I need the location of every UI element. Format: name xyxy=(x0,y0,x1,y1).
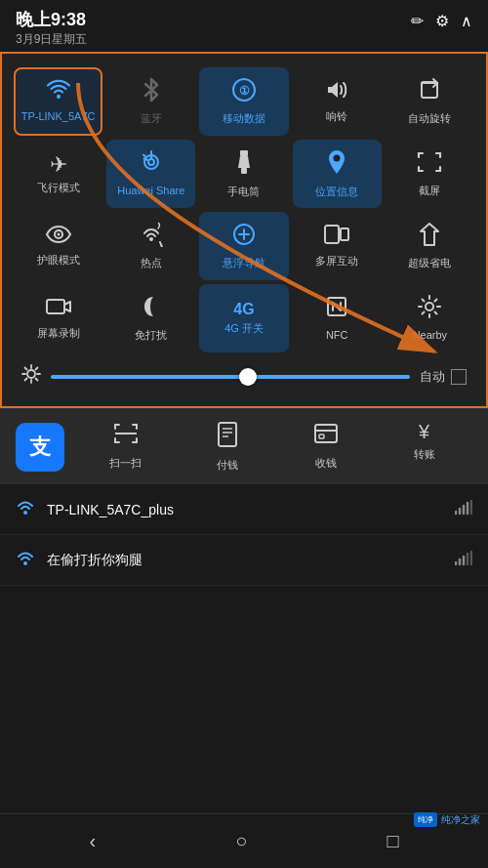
qs-bluetooth-label: 蓝牙 xyxy=(141,112,162,125)
qs-wifi[interactable]: TP-LINK_5A7C xyxy=(14,67,102,136)
wifi-signal-strength-1 xyxy=(455,500,472,518)
svg-point-0 xyxy=(57,95,61,99)
watermark-text: 纯净之家 xyxy=(441,813,480,827)
svg-rect-25 xyxy=(315,425,337,442)
qs-flashlight[interactable]: 手电筒 xyxy=(199,140,288,208)
wifi-signal-icon-2 xyxy=(16,549,35,571)
brightness-auto: 自动 xyxy=(420,368,467,386)
wifi-name-2: 在偷打折你狗腿 xyxy=(47,552,455,569)
quick-settings-grid: TP-LINK_5A7C 蓝牙 ① 移动数据 xyxy=(10,63,478,356)
svg-point-11 xyxy=(57,233,60,236)
qs-multiscreen-label: 多屏互动 xyxy=(315,255,358,268)
qs-nfc-label: NFC xyxy=(326,329,348,342)
wifi-list-area: TP-LINK_5A7C_plus 在偷打折你狗腿 xyxy=(0,484,488,586)
nearby-icon xyxy=(417,294,442,325)
qs-nearby[interactable]: Nearby xyxy=(386,284,474,352)
multiscreen-icon xyxy=(323,224,350,251)
receive-icon xyxy=(313,421,339,452)
qs-screenshot[interactable]: 截屏 xyxy=(386,140,474,208)
qs-hotspot[interactable]: 热点 xyxy=(106,212,195,280)
alipay-scan[interactable]: 扫一扫 xyxy=(102,417,149,476)
qs-bluetooth[interactable]: 蓝牙 xyxy=(106,67,195,136)
qs-4g[interactable]: 4G 4G 开关 xyxy=(199,284,288,352)
huawei-share-icon xyxy=(139,149,164,181)
settings-icon[interactable]: ⚙ xyxy=(435,12,449,30)
status-bar: 晚上9:38 3月9日星期五 ✏ ⚙ ∧ xyxy=(0,0,488,52)
wifi-name-1: TP-LINK_5A7C_plus xyxy=(47,502,455,517)
svg-rect-8 xyxy=(241,168,247,174)
qs-nfc[interactable]: NFC xyxy=(293,284,382,352)
volume-icon xyxy=(324,79,349,106)
edit-icon[interactable]: ✏ xyxy=(411,12,424,30)
home-button[interactable]: ○ xyxy=(216,826,266,856)
qs-airplane[interactable]: ✈ 飞行模式 xyxy=(14,140,102,208)
brightness-knob[interactable] xyxy=(239,368,257,386)
qs-super-save[interactable]: 超级省电 xyxy=(386,212,474,280)
nfc-icon xyxy=(324,294,349,325)
status-date: 3月9日星期五 xyxy=(16,31,87,48)
qs-mobile-data-label: 移动数据 xyxy=(223,112,265,125)
brightness-slider[interactable] xyxy=(51,375,410,379)
svg-rect-21 xyxy=(219,423,236,446)
qs-screenshot-label: 截屏 xyxy=(419,185,440,197)
alipay-receive-label: 收钱 xyxy=(315,456,337,471)
qs-nearby-label: Nearby xyxy=(413,329,447,342)
wifi-item-2[interactable]: 在偷打折你狗腿 xyxy=(0,535,488,586)
qs-dnd[interactable]: 免打扰 xyxy=(106,284,195,352)
qs-wifi-label: TP-LINK_5A7C xyxy=(21,110,96,123)
qs-eye-comfort[interactable]: 护眼模式 xyxy=(14,212,102,280)
qs-volume[interactable]: 响铃 xyxy=(293,67,382,136)
collapse-icon[interactable]: ∧ xyxy=(461,12,472,30)
alipay-logo[interactable]: 支 xyxy=(16,423,64,472)
4g-icon: 4G xyxy=(233,301,254,318)
qs-screen-record[interactable]: 屏幕录制 xyxy=(14,284,102,352)
svg-text:①: ① xyxy=(238,84,249,98)
alipay-transfer-label: 转账 xyxy=(414,447,435,462)
wifi-icon xyxy=(46,79,71,106)
qs-volume-label: 响铃 xyxy=(326,110,347,123)
scan-icon xyxy=(113,421,139,452)
qs-airplane-label: 飞行模式 xyxy=(37,182,80,194)
recent-button[interactable]: □ xyxy=(367,826,418,856)
svg-rect-16 xyxy=(47,300,64,313)
qs-rotation[interactable]: 自动旋转 xyxy=(386,67,474,136)
bluetooth-icon xyxy=(142,77,161,108)
svg-rect-14 xyxy=(325,226,339,243)
qs-floating-nav[interactable]: 悬浮导航 xyxy=(199,212,288,280)
qs-eye-comfort-label: 护眼模式 xyxy=(37,254,80,267)
status-left: 晚上9:38 3月9日星期五 xyxy=(16,8,87,48)
back-button[interactable]: ‹ xyxy=(70,826,116,856)
brightness-auto-label: 自动 xyxy=(420,368,445,386)
transfer-icon: ¥ xyxy=(419,421,429,443)
alipay-pay[interactable]: 付钱 xyxy=(209,417,246,476)
brightness-row: 自动 xyxy=(10,356,478,396)
dnd-icon xyxy=(139,294,164,325)
alipay-transfer[interactable]: ¥ 转账 xyxy=(406,417,443,476)
flashlight-icon xyxy=(235,148,253,182)
qs-rotation-label: 自动旋转 xyxy=(408,112,451,125)
qs-super-save-label: 超级省电 xyxy=(408,257,451,269)
qs-mobile-data[interactable]: ① 移动数据 xyxy=(199,67,288,136)
auto-checkbox[interactable] xyxy=(451,369,467,385)
svg-rect-7 xyxy=(240,150,248,156)
pay-icon xyxy=(217,421,238,454)
qs-multiscreen[interactable]: 多屏互动 xyxy=(293,212,382,280)
alipay-actions: 扫一扫 付钱 收钱 ¥ xyxy=(72,417,472,476)
status-icons: ✏ ⚙ ∧ xyxy=(411,8,472,30)
svg-rect-15 xyxy=(341,228,348,240)
qs-screen-record-label: 屏幕录制 xyxy=(37,327,80,340)
status-time: 晚上9:38 xyxy=(16,8,87,31)
mobile-data-icon: ① xyxy=(231,77,257,108)
wifi-signal-strength-2 xyxy=(455,551,472,569)
watermark-logo: 纯净 xyxy=(414,812,437,827)
qs-location[interactable]: 位置信息 xyxy=(293,140,382,208)
svg-rect-26 xyxy=(319,434,324,438)
qs-huawei-share[interactable]: Huawei Share xyxy=(106,140,195,208)
wifi-item-1[interactable]: TP-LINK_5A7C_plus xyxy=(0,484,488,535)
super-save-icon xyxy=(419,222,440,253)
screenshot-icon xyxy=(417,149,442,181)
qs-floating-nav-label: 悬浮导航 xyxy=(223,257,265,269)
svg-point-12 xyxy=(149,237,153,241)
qs-location-label: 位置信息 xyxy=(315,186,358,198)
alipay-receive[interactable]: 收钱 xyxy=(305,417,346,476)
